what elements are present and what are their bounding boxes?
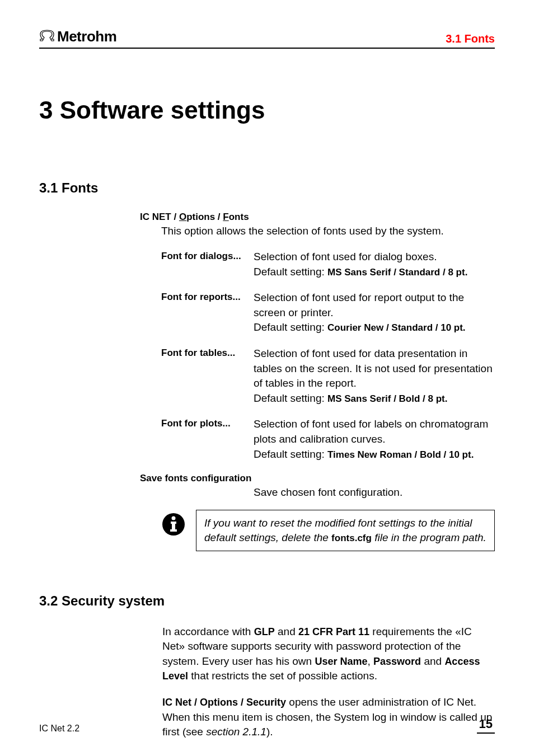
section-security-content: In accordance with GLP and 21 CFR Part 1…: [162, 624, 495, 756]
para-bold: Password: [373, 656, 421, 667]
default-prefix: Default setting:: [254, 321, 327, 333]
section-heading-fonts: 3.1 Fonts: [39, 180, 495, 196]
page-footer: IC Net 2.2 15: [39, 717, 495, 734]
default-value: Courier New / Standard / 10 pt.: [327, 322, 466, 333]
desc-text: Selection of font used for report output…: [254, 292, 464, 318]
default-value: MS Sans Serif / Bold / 8 pt.: [327, 393, 447, 404]
desc-text: Selection of font used for labels on chr…: [254, 418, 488, 445]
page-header: Metrohm 3.1 Fonts: [39, 28, 495, 49]
para-text: and: [421, 655, 444, 667]
chapter-title: 3 Software settings: [39, 96, 495, 124]
menu-path-text: IC NET /: [140, 212, 179, 222]
desc-text: Selection of font used for dialog boxes.: [254, 251, 437, 262]
brand-logo: Metrohm: [39, 28, 116, 45]
info-text-bold: fonts.cfg: [331, 533, 372, 543]
save-config-heading: Save fonts configuration: [140, 473, 495, 484]
info-text: If you want to reset the modified font s…: [196, 510, 495, 551]
definition-term: Font for tables...: [161, 346, 254, 359]
para-bold: GLP: [254, 626, 275, 637]
logo-text: Metrohm: [57, 28, 116, 45]
default-prefix: Default setting:: [254, 448, 327, 460]
svg-rect-4: [170, 529, 177, 532]
definition-description: Selection of font used for dialog boxes.…: [254, 250, 467, 279]
default-value: Times New Roman / Bold / 10 pt.: [327, 449, 474, 460]
security-paragraph: In accordance with GLP and 21 CFR Part 1…: [162, 624, 495, 684]
menu-path-text: ptions /: [186, 212, 223, 222]
definition-term: Font for plots...: [161, 417, 254, 429]
svg-rect-3: [172, 522, 175, 530]
default-value: MS Sans Serif / Standard / 8 pt.: [327, 267, 467, 278]
para-text: and: [275, 626, 298, 637]
definition-row: Font for reports... Selection of font us…: [161, 290, 495, 335]
menu-path-text: onts: [229, 212, 249, 222]
svg-point-1: [172, 516, 176, 520]
definition-description: Selection of font used for data presenta…: [254, 346, 495, 406]
para-bold: IC Net / Options / Security: [162, 697, 286, 708]
definition-description: Selection of font used for labels on chr…: [254, 417, 495, 462]
para-text: ,: [368, 655, 374, 667]
fonts-intro: This option allows the selection of font…: [161, 225, 495, 237]
default-prefix: Default setting:: [254, 392, 327, 404]
definition-row: Font for dialogs... Selection of font us…: [161, 250, 495, 279]
info-icon: [161, 512, 186, 539]
footer-product-name: IC Net 2.2: [39, 724, 79, 734]
menu-path-fonts: IC NET / Options / Fonts: [140, 212, 495, 223]
para-text: In accordance with: [162, 626, 254, 637]
para-text: that restricts the set of possible actio…: [188, 670, 377, 682]
info-callout: If you want to reset the modified font s…: [161, 510, 495, 551]
section-heading-security: 3.2 Security system: [39, 593, 495, 609]
section-fonts-content: IC NET / Options / Fonts This option all…: [140, 212, 495, 551]
definition-term: Font for dialogs...: [161, 250, 254, 262]
footer-page-number: 15: [477, 717, 495, 734]
definition-row: Font for plots... Selection of font used…: [161, 417, 495, 462]
menu-path-underline: O: [179, 212, 186, 222]
para-bold: 21 CFR Part 11: [298, 626, 369, 637]
header-section-reference: 3.1 Fonts: [446, 32, 495, 45]
save-config-description: Save chosen font configuration.: [254, 486, 495, 499]
desc-text: Selection of font used for data presenta…: [254, 348, 493, 389]
definition-row: Font for tables... Selection of font use…: [161, 346, 495, 406]
omega-icon: [39, 30, 55, 44]
definition-term: Font for reports...: [161, 290, 254, 303]
default-prefix: Default setting:: [254, 266, 327, 278]
info-text-part: file in the program path.: [372, 532, 486, 543]
para-bold: User Name: [315, 656, 367, 667]
menu-path-underline: F: [223, 212, 228, 222]
definition-description: Selection of font used for report output…: [254, 290, 495, 335]
